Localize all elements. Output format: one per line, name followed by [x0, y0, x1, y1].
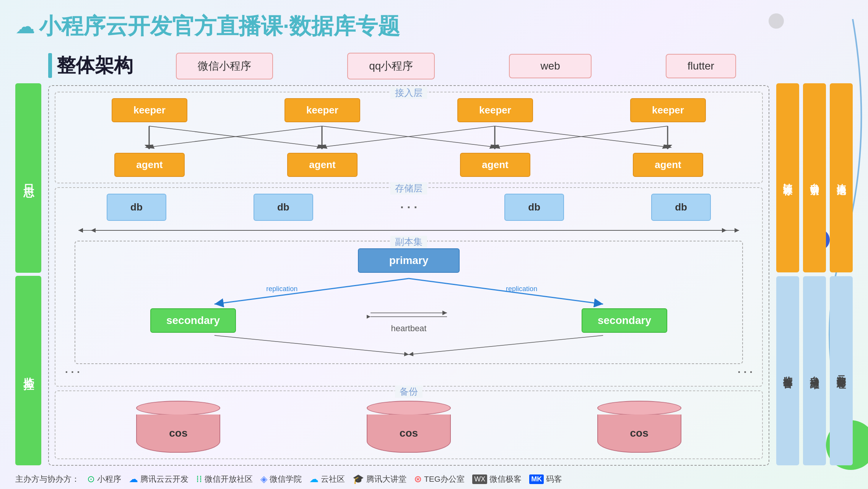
- outer-dashed-box: 接入层 keeper keeper keeper keeper: [48, 85, 769, 466]
- panel-yuanshuju-guanli: 元数据管理: [830, 276, 853, 465]
- cos-2: cos: [367, 401, 451, 453]
- weixin-open-icon: ⁞⁞: [196, 474, 202, 484]
- client-qq: qq小程序: [347, 53, 435, 79]
- access-layer-label: 接入层: [390, 87, 427, 99]
- label-jiankong: 监控: [15, 276, 41, 465]
- cos-3: cos: [597, 401, 681, 453]
- footer-weixin-jike: 微信极客: [489, 474, 522, 484]
- cross-arrows-area: [63, 124, 754, 151]
- heartbeat-label: heartbeat: [391, 324, 427, 334]
- label-rizhi: 日志: [15, 83, 41, 273]
- svg-line-18: [215, 335, 409, 355]
- storage-layer-section: 存储层 db db · · · db db: [55, 187, 763, 387]
- footer-teg: TEG办公室: [424, 474, 465, 484]
- decorative-grey-circle: [769, 13, 784, 29]
- left-dots: · · ·: [65, 366, 80, 378]
- footer-item-teg: ⊛ TEG办公室: [414, 474, 465, 484]
- footer-make: 码客: [546, 474, 562, 484]
- db-1: db: [107, 194, 166, 221]
- panel-renzheng: 认证缓存: [776, 83, 799, 272]
- agent-2: agent: [287, 153, 357, 177]
- footer-weixin-xueyuan: 微信学院: [270, 474, 302, 484]
- replica-set-label: 副本集: [390, 236, 427, 248]
- agent-4: agent: [633, 153, 703, 177]
- page-title: 小程序云开发官方直播课·数据库专题: [39, 11, 400, 41]
- footer-item-make: MK 码客: [529, 474, 562, 484]
- right-panels-top-col: 认证缓存 自动索引 连接池 监控告警 自动运维 元数据管理: [776, 83, 853, 465]
- footer-item-weixin-jike: WX 微信极客: [472, 474, 522, 484]
- agent-3: agent: [460, 153, 530, 177]
- replica-inner: primary: [85, 248, 733, 356]
- db-2: db: [254, 194, 313, 221]
- footer-item-weixin-open: ⁞⁞ 微信开放社区: [196, 474, 253, 484]
- db-3: db: [504, 194, 564, 221]
- keeper-2: keeper: [284, 98, 360, 122]
- footer-item-tencent: ☁ 腾讯云云开发: [129, 474, 189, 484]
- panel-zidong-suoyin: 自动索引: [803, 83, 826, 272]
- keeper-1: keeper: [112, 98, 187, 122]
- svg-text:replication: replication: [266, 285, 297, 293]
- svg-line-12: [215, 279, 409, 304]
- client-flutter: flutter: [666, 54, 736, 78]
- access-layer-section: 接入层 keeper keeper keeper keeper: [55, 92, 763, 183]
- replica-set-box: 副本集 primary: [75, 241, 743, 364]
- backup-label: 备份: [395, 385, 423, 398]
- teg-icon: ⊛: [414, 474, 422, 484]
- content-wrapper: 日志 监控 整体架构 微信小程序 qq小程序 web flutter: [15, 53, 853, 465]
- cos-row: cos cos: [63, 397, 754, 453]
- client-web: web: [509, 54, 591, 78]
- top-right-group: 认证缓存 自动索引 连接池: [776, 83, 853, 272]
- footer: 主办方与协办方： ⊙ 小程序 ☁ 腾讯云云开发 ⁞⁞ 微信开放社区 ◈ 微信学院…: [15, 474, 807, 484]
- agent-row: agent agent agent agent: [63, 153, 754, 177]
- footer-miniprogram: 小程序: [97, 474, 121, 484]
- top-row: 整体架构 微信小程序 qq小程序 web flutter: [48, 53, 769, 79]
- client-weixin: 微信小程序: [176, 53, 273, 79]
- footer-item-yun-shequ: ☁ 云社区: [309, 474, 345, 484]
- panel-lianjie-chi: 连接池: [830, 83, 853, 272]
- jiangtan-icon: 🎓: [353, 474, 364, 484]
- cos-1-label: cos: [169, 427, 187, 439]
- keeper-4: keeper: [630, 98, 706, 122]
- backup-layer-section: 备份 cos cos: [55, 390, 763, 459]
- clients-row: 微信小程序 qq小程序 web flutter: [143, 53, 769, 79]
- title-part2: 数据库专题: [289, 13, 400, 38]
- weixin-xueyuan-icon: ◈: [260, 474, 267, 484]
- panel-zidong-yunwei: 自动运维: [803, 276, 826, 465]
- left-labels: 日志 监控: [15, 83, 41, 465]
- db-dots: · · ·: [400, 200, 417, 214]
- section-heading-text: 整体架构: [57, 53, 133, 78]
- footer-item-miniprogram: ⊙ 小程序: [87, 474, 121, 484]
- heading-bar: [48, 53, 52, 78]
- right-panels: 认证缓存 自动索引 连接池 监控告警 自动运维 元数据管理: [776, 83, 853, 465]
- db-4: db: [651, 194, 711, 221]
- agent-1: agent: [114, 153, 184, 177]
- secondary-left: secondary: [150, 308, 236, 333]
- make-icon: MK: [529, 474, 544, 484]
- storage-layer-label: 存储层: [390, 182, 427, 194]
- secondary-right: secondary: [582, 308, 667, 333]
- yun-shequ-icon: ☁: [309, 474, 319, 484]
- title-separator: ·: [283, 13, 289, 38]
- bottom-right-group: 监控告警 自动运维 元数据管理: [776, 276, 853, 465]
- svg-line-19: [409, 335, 603, 355]
- footer-tencent: 腾讯云云开发: [140, 474, 189, 484]
- svg-text:replication: replication: [506, 285, 537, 293]
- tencent-icon: ☁: [129, 474, 138, 484]
- footer-weixin-open: 微信开放社区: [205, 474, 253, 484]
- footer-jiangtan: 腾讯大讲堂: [366, 474, 406, 484]
- miniprogram-icon: ⊙: [87, 474, 95, 484]
- db-row: db db · · · db db: [63, 194, 754, 221]
- cos-2-label: cos: [400, 427, 418, 439]
- keeper-3: keeper: [457, 98, 533, 122]
- footer-prefix: 主办方与协办方：: [15, 474, 80, 484]
- footer-item-tencent-jiangtan: 🎓 腾讯大讲堂: [353, 474, 406, 484]
- main-container: ☁ 小程序云开发官方直播课·数据库专题 日志 监控 整体架构 微信小程序 qq小…: [0, 0, 868, 489]
- cloud-icon: ☁: [15, 15, 35, 38]
- center-diagram: 整体架构 微信小程序 qq小程序 web flutter 接入层 keepe: [48, 53, 769, 465]
- jike-icon: WX: [472, 474, 487, 484]
- panel-jiankong-gaojing: 监控告警: [776, 276, 799, 465]
- storage-dots-row: · · · · · ·: [63, 366, 754, 378]
- replica-arrows: replication replication: [85, 277, 733, 307]
- primary-box: primary: [358, 248, 460, 273]
- cos-1: cos: [136, 401, 220, 453]
